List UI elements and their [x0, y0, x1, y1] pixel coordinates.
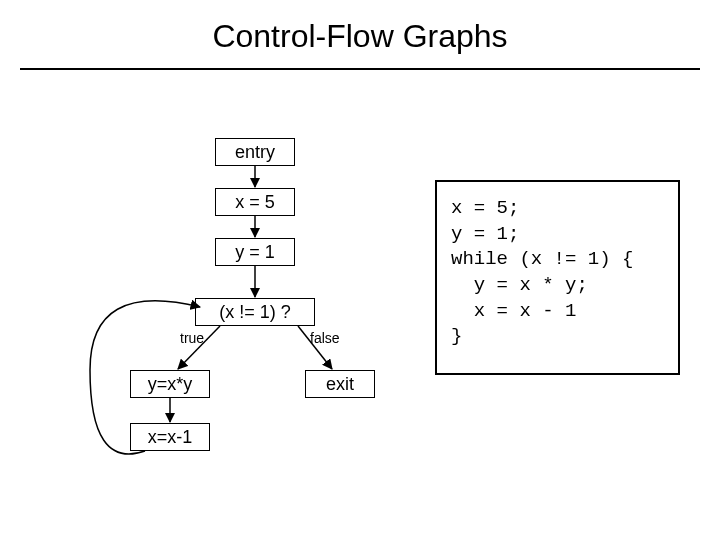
node-entry: entry	[215, 138, 295, 166]
code-listing: x = 5; y = 1; while (x != 1) { y = x * y…	[435, 180, 680, 375]
page-title: Control-Flow Graphs	[0, 18, 720, 55]
slide: Control-Flow Graphs entry x = 5 y = 1 (x…	[0, 0, 720, 540]
node-y-assign: y = 1	[215, 238, 295, 266]
edge-label-true: true	[180, 330, 204, 346]
node-y-mul: y=x*y	[130, 370, 210, 398]
edge-label-false: false	[310, 330, 340, 346]
title-underline	[20, 68, 700, 70]
node-condition: (x != 1) ?	[195, 298, 315, 326]
node-x-dec: x=x-1	[130, 423, 210, 451]
node-exit: exit	[305, 370, 375, 398]
node-x-assign: x = 5	[215, 188, 295, 216]
